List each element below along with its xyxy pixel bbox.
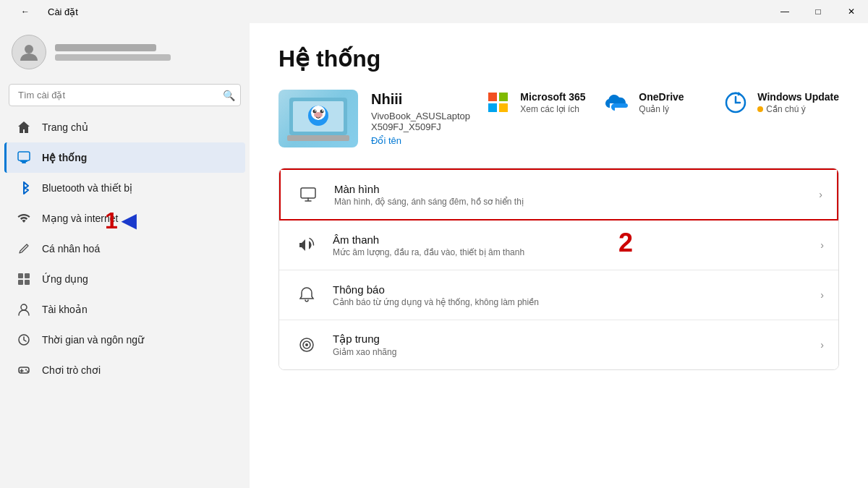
titlebar-title: Cài đặt xyxy=(48,7,78,17)
settings-label-am-thanh: Âm thanh xyxy=(333,234,807,246)
device-model: VivoBook_ASUSLaptop X509FJ_X509FJ xyxy=(371,111,471,132)
sidebar-item-choi-tro-choi[interactable]: Chơi trò chơi xyxy=(4,355,245,385)
settings-icon-am-thanh xyxy=(294,232,320,258)
back-button[interactable]: ← xyxy=(9,0,42,23)
sidebar-item-trang-chu[interactable]: Trang chủ xyxy=(4,112,245,142)
sidebar-item-ca-nhan[interactable]: Cá nhân hoá xyxy=(4,234,245,264)
nav-label-trang-chu: Trang chủ xyxy=(42,121,88,133)
titlebar-controls: — □ ✕ xyxy=(768,0,868,23)
search-icon[interactable]: 🔍 xyxy=(223,90,235,101)
rename-link[interactable]: Đổi tên xyxy=(371,135,471,146)
settings-item-tap-trung[interactable]: Tập trung Giảm xao nhãng › xyxy=(279,320,838,369)
titlebar: ← Cài đặt — □ ✕ xyxy=(0,0,868,23)
device-image xyxy=(278,90,358,147)
settings-label-man-hinh: Màn hình xyxy=(334,183,806,195)
nav-list: Trang chủ Hệ thống Bluetooth và thiết bị… xyxy=(0,112,250,385)
sidebar-user[interactable] xyxy=(0,23,250,81)
device-name: Nhiii xyxy=(371,91,471,108)
ms365-name: Microsoft 365 xyxy=(520,91,585,103)
winupdate-name: Windows Update xyxy=(757,91,839,103)
ms365-desc[interactable]: Xem các lợi ích xyxy=(520,104,585,114)
settings-text-am-thanh: Âm thanh Mức âm lượng, đầu ra, đầu vào, … xyxy=(333,234,807,257)
minimize-button[interactable]: — xyxy=(768,0,801,23)
settings-desc-man-hinh: Màn hình, độ sáng, ánh sáng đêm, hồ sơ h… xyxy=(334,197,806,207)
main-window: 🔍 Trang chủ Hệ thống Bluetooth và thiết … xyxy=(0,23,868,488)
sidebar-item-bluetooth[interactable]: Bluetooth và thiết bị xyxy=(4,173,245,203)
settings-desc-thong-bao: Cảnh báo từ ứng dụng và hệ thống, không … xyxy=(333,297,807,307)
nav-label-ung-dung: Ứng dụng xyxy=(42,273,88,285)
user-email xyxy=(55,54,171,61)
onedrive-name: OneDrive xyxy=(639,91,684,103)
nav-label-tai-khoan: Tài khoản xyxy=(42,304,88,315)
nav-icon-trang-chu xyxy=(16,119,32,135)
svg-rect-4 xyxy=(18,273,23,278)
sidebar-item-thoi-gian[interactable]: Thời gian và ngôn ngữ xyxy=(4,325,245,355)
right-cards: Microsoft 365 Xem các lợi ích OneDrive xyxy=(485,90,839,116)
svg-point-27 xyxy=(305,343,308,346)
ms365-text: Microsoft 365 Xem các lợi ích xyxy=(520,91,585,114)
avatar xyxy=(12,35,46,69)
close-button[interactable]: ✕ xyxy=(835,0,868,23)
svg-point-8 xyxy=(21,304,27,310)
settings-icon-tap-trung xyxy=(294,332,320,358)
svg-point-20 xyxy=(322,110,323,111)
sidebar-search: 🔍 xyxy=(9,84,241,106)
onedrive-icon xyxy=(604,90,630,116)
nav-label-he-thong: Hệ thống xyxy=(42,152,87,163)
ms365-icon xyxy=(485,90,511,116)
svg-rect-24 xyxy=(301,188,315,198)
titlebar-left: ← Cài đặt xyxy=(9,0,78,23)
main-content: Hệ thống xyxy=(250,23,868,488)
maximize-button[interactable]: □ xyxy=(801,0,835,23)
settings-label-tap-trung: Tập trung xyxy=(333,333,807,346)
settings-text-tap-trung: Tập trung Giảm xao nhãng xyxy=(333,333,807,357)
sidebar-item-ung-dung[interactable]: Ứng dụng xyxy=(4,264,245,294)
nav-label-bluetooth: Bluetooth và thiết bị xyxy=(42,182,132,194)
settings-icon-man-hinh xyxy=(295,181,321,207)
sidebar: 🔍 Trang chủ Hệ thống Bluetooth và thiết … xyxy=(0,23,250,488)
sidebar-item-mang[interactable]: Mạng và internet xyxy=(4,203,245,234)
sidebar-item-he-thong[interactable]: Hệ thống xyxy=(4,142,245,173)
svg-rect-6 xyxy=(18,280,23,285)
nav-icon-mang xyxy=(16,210,32,226)
device-card: Nhiii VivoBook_ASUSLaptop X509FJ_X509FJ … xyxy=(278,90,471,147)
settings-desc-am-thanh: Mức âm lượng, đầu ra, đầu vào, thiết bị … xyxy=(333,247,807,257)
settings-list: Màn hình Màn hình, độ sáng, ánh sáng đêm… xyxy=(278,168,839,370)
settings-item-am-thanh[interactable]: Âm thanh Mức âm lượng, đầu ra, đầu vào, … xyxy=(279,221,838,270)
winupdate-icon xyxy=(723,90,749,116)
winupdate-status: Cần chú ý xyxy=(757,104,839,114)
settings-label-thong-bao: Thông báo xyxy=(333,283,807,296)
onedrive-card: OneDrive Quản lý xyxy=(604,90,705,116)
onedrive-desc[interactable]: Quản lý xyxy=(639,104,684,114)
settings-item-man-hinh[interactable]: Màn hình Màn hình, độ sáng, ánh sáng đêm… xyxy=(279,168,838,221)
svg-rect-7 xyxy=(25,280,30,285)
nav-icon-ung-dung xyxy=(16,271,32,287)
page-title: Hệ thống xyxy=(278,45,839,72)
user-name xyxy=(55,44,156,51)
nav-icon-thoi-gian xyxy=(16,332,32,348)
nav-label-ca-nhan: Cá nhân hoá xyxy=(42,243,100,254)
chevron-icon-thong-bao: › xyxy=(820,289,824,301)
sidebar-item-tai-khoan[interactable]: Tài khoản xyxy=(4,294,245,325)
settings-desc-tap-trung: Giảm xao nhãng xyxy=(333,347,807,357)
nav-icon-choi-tro-choi xyxy=(16,362,32,378)
device-info: Nhiii VivoBook_ASUSLaptop X509FJ_X509FJ … xyxy=(371,91,471,146)
svg-rect-2 xyxy=(22,162,26,163)
chevron-icon-man-hinh: › xyxy=(819,189,822,200)
nav-icon-tai-khoan xyxy=(16,301,32,317)
chevron-icon-tap-trung: › xyxy=(820,339,824,351)
winupdate-card: Windows Update Cần chú ý xyxy=(723,90,839,116)
svg-point-19 xyxy=(315,110,316,111)
chevron-icon-am-thanh: › xyxy=(820,239,824,251)
search-input[interactable] xyxy=(9,84,241,106)
ms365-card: Microsoft 365 Xem các lợi ích xyxy=(485,90,587,116)
settings-icon-thong-bao xyxy=(294,282,320,308)
settings-text-man-hinh: Màn hình Màn hình, độ sáng, ánh sáng đêm… xyxy=(334,183,806,207)
settings-item-thong-bao[interactable]: Thông báo Cảnh báo từ ứng dụng và hệ thố… xyxy=(279,270,838,320)
winupdate-desc: Cần chú ý xyxy=(766,104,805,114)
nav-label-mang: Mạng và internet xyxy=(42,213,119,224)
nav-label-choi-tro-choi: Chơi trò chơi xyxy=(42,364,101,376)
update-dot xyxy=(757,106,763,112)
top-section: Nhiii VivoBook_ASUSLaptop X509FJ_X509FJ … xyxy=(278,90,839,147)
svg-point-12 xyxy=(27,371,28,372)
